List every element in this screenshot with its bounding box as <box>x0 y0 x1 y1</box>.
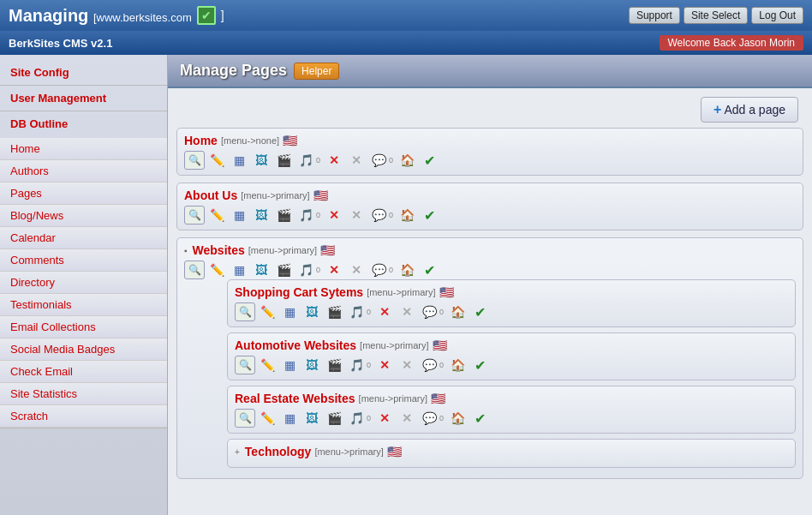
sidebar-item-user-management[interactable]: User Management <box>0 87 167 109</box>
delete-icon[interactable]: ✕ <box>324 151 344 170</box>
edit-icon[interactable]: ✏️ <box>257 302 278 321</box>
film-icon[interactable]: 🎬 <box>273 260 294 279</box>
home-icon[interactable]: 🏠 <box>397 151 417 170</box>
note-icon[interactable]: 🎵 <box>346 409 367 428</box>
check-icon[interactable]: ✔ <box>469 356 490 374</box>
sidebar-item-db-outline[interactable]: DB Outline <box>0 113 167 135</box>
search-icon[interactable]: 🔍 <box>184 206 205 225</box>
sidebar-item-email-collections[interactable]: Email Collections <box>0 316 167 338</box>
film-icon[interactable]: 🎬 <box>324 356 344 374</box>
search-icon[interactable]: 🔍 <box>184 260 205 279</box>
home-gray-icon[interactable]: 🏠 <box>447 302 468 321</box>
check-icon[interactable]: ✔ <box>419 260 439 279</box>
delete-icon[interactable]: ✕ <box>374 356 395 374</box>
bubble-icon[interactable]: 💬 <box>419 409 439 428</box>
home-gray-icon[interactable]: 🏠 <box>397 206 417 225</box>
search-icon[interactable]: 🔍 <box>235 409 255 428</box>
note-icon[interactable]: 🎵 <box>296 260 316 279</box>
delete-icon[interactable]: ✕ <box>324 260 344 279</box>
add-page-button[interactable]: + Add a page <box>701 97 798 123</box>
bubble-icon[interactable]: 💬 <box>419 356 439 374</box>
page-item-shopping-cart: Shopping Cart Sytems [menu->primary] 🇺🇸 … <box>227 279 796 327</box>
image-icon[interactable]: 🖼 <box>302 356 322 374</box>
disable-icon[interactable]: ✕ <box>397 409 417 428</box>
note-icon[interactable]: 🎵 <box>296 151 316 170</box>
sidebar-item-pages[interactable]: Pages <box>0 183 167 205</box>
sidebar-item-home[interactable]: Home <box>0 138 167 160</box>
disable-icon[interactable]: ✕ <box>346 260 367 279</box>
sidebar-item-site-statistics[interactable]: Site Statistics <box>0 383 167 405</box>
grid-icon[interactable]: ▦ <box>279 356 300 374</box>
edit-icon[interactable]: ✏️ <box>257 409 278 428</box>
search-icon[interactable]: 🔍 <box>184 151 205 170</box>
page-real-estate-name[interactable]: Real Estate Websites <box>235 392 355 405</box>
page-home-name[interactable]: Home <box>184 134 218 147</box>
log-out-button[interactable]: Log Out <box>751 7 803 24</box>
sidebar-item-directory[interactable]: Directory <box>0 272 167 294</box>
home-gray-icon[interactable]: 🏠 <box>447 409 468 428</box>
note-icon[interactable]: 🎵 <box>346 302 367 321</box>
plus-icon: + <box>713 102 721 117</box>
bubble-icon[interactable]: 💬 <box>419 302 439 321</box>
grid-icon[interactable]: ▦ <box>229 206 249 225</box>
sidebar-item-authors[interactable]: Authors <box>0 160 167 183</box>
sidebar-item-check-email[interactable]: Check Email <box>0 361 167 383</box>
grid-icon[interactable]: ▦ <box>229 260 249 279</box>
film-icon[interactable]: 🎬 <box>273 206 294 225</box>
home-gray-icon[interactable]: 🏠 <box>447 356 468 374</box>
disable-icon[interactable]: ✕ <box>397 356 417 374</box>
page-technology-name[interactable]: Technology <box>245 445 312 458</box>
helper-button[interactable]: Helper <box>294 63 339 80</box>
delete-icon[interactable]: ✕ <box>374 409 395 428</box>
support-button[interactable]: Support <box>629 7 680 24</box>
site-select-button[interactable]: Site Select <box>684 7 748 24</box>
image-icon[interactable]: 🖼 <box>251 151 272 170</box>
sidebar-item-social-media-badges[interactable]: Social Media Badges <box>0 338 167 361</box>
search-icon[interactable]: 🔍 <box>235 302 255 321</box>
bubble-count: 0 <box>439 414 444 422</box>
image-icon[interactable]: 🖼 <box>302 409 322 428</box>
sidebar-item-calendar[interactable]: Calendar <box>0 227 167 249</box>
disable-icon[interactable]: ✕ <box>397 302 417 321</box>
websites-children: Shopping Cart Sytems [menu->primary] 🇺🇸 … <box>210 279 796 468</box>
delete-icon[interactable]: ✕ <box>324 206 344 225</box>
check-icon[interactable]: ✔ <box>419 151 439 170</box>
film-icon[interactable]: 🎬 <box>324 409 344 428</box>
sidebar-item-site-config[interactable]: Site Config <box>0 62 167 83</box>
edit-icon[interactable]: ✏️ <box>206 206 227 225</box>
sidebar-item-scratch[interactable]: Scratch <box>0 405 167 428</box>
edit-icon[interactable]: ✏️ <box>206 151 227 170</box>
page-automotive-name[interactable]: Automotive Websites <box>235 338 356 352</box>
collapse-icon[interactable]: ▪ <box>184 246 188 255</box>
check-icon[interactable]: ✔ <box>469 302 490 321</box>
page-websites-name[interactable]: Websites <box>193 243 245 257</box>
disable-icon[interactable]: ✕ <box>346 151 367 170</box>
delete-icon[interactable]: ✕ <box>374 302 395 321</box>
grid-icon[interactable]: ▦ <box>229 151 249 170</box>
edit-icon[interactable]: ✏️ <box>257 356 278 374</box>
sidebar-item-testimonials[interactable]: Testimonials <box>0 294 167 316</box>
film-icon[interactable]: 🎬 <box>324 302 344 321</box>
search-icon[interactable]: 🔍 <box>235 356 255 374</box>
bubble-icon[interactable]: 💬 <box>368 206 389 225</box>
disable-icon[interactable]: ✕ <box>346 206 367 225</box>
image-icon[interactable]: 🖼 <box>251 260 272 279</box>
edit-icon[interactable]: ✏️ <box>206 260 227 279</box>
page-about-name[interactable]: About Us <box>184 189 237 202</box>
sidebar-item-blognews[interactable]: Blog/News <box>0 205 167 227</box>
check-icon[interactable]: ✔ <box>419 206 439 225</box>
note-icon[interactable]: 🎵 <box>296 206 316 225</box>
image-icon[interactable]: 🖼 <box>302 302 322 321</box>
home-gray-icon[interactable]: 🏠 <box>397 260 417 279</box>
bubble-icon[interactable]: 💬 <box>368 151 389 170</box>
bubble-icon[interactable]: 💬 <box>368 260 389 279</box>
check-icon[interactable]: ✔ <box>469 409 490 428</box>
grid-icon[interactable]: ▦ <box>279 409 300 428</box>
sidebar-item-comments[interactable]: Comments <box>0 249 167 272</box>
film-icon[interactable]: 🎬 <box>273 151 294 170</box>
note-icon[interactable]: 🎵 <box>346 356 367 374</box>
expand-icon[interactable]: + <box>235 447 240 457</box>
page-shopping-name[interactable]: Shopping Cart Sytems <box>235 285 363 299</box>
image-icon[interactable]: 🖼 <box>251 206 272 225</box>
grid-icon[interactable]: ▦ <box>279 302 300 321</box>
